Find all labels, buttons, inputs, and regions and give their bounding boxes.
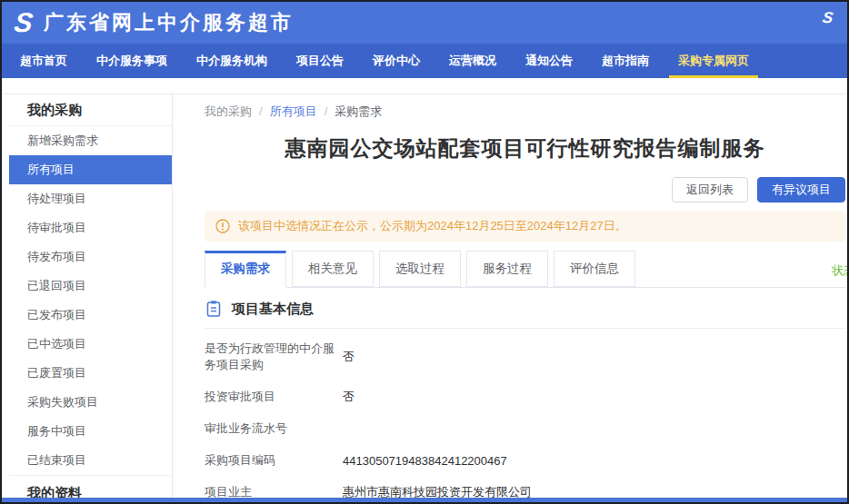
tab-procurement-demand[interactable]: 采购需求	[205, 251, 286, 288]
sidebar-item-pending-projects[interactable]: 待处理项目	[9, 184, 172, 213]
nav-item-market-guide[interactable]: 超市指南	[587, 44, 664, 78]
tab-evaluation-info[interactable]: 评价信息	[554, 251, 635, 287]
app-window: S 广东省网上中介服务超市 S 超市首页 中介服务事项 中介服务机构 项目公告 …	[0, 0, 849, 504]
field-value-admin-intermediary: 否	[343, 349, 355, 365]
sidebar-item-new-procurement[interactable]: 新增采购需求	[9, 126, 172, 155]
site-title: 广东省网上中介服务超市	[44, 9, 294, 36]
field-row: 是否为行政管理的中介服务项目采购 否	[205, 341, 845, 373]
tab-selection-process[interactable]: 选取过程	[379, 251, 461, 287]
publicity-alert: 该项目中选情况正在公示，公示期为2024年12月25日至2024年12月27日。	[205, 211, 845, 242]
sidebar-item-selected-projects[interactable]: 已中选项目	[9, 330, 172, 359]
main-nav: 超市首页 中介服务事项 中介服务机构 项目公告 评价中心 运营概况 通知公告 超…	[2, 44, 847, 78]
nav-item-project-announcements[interactable]: 项目公告	[282, 44, 358, 78]
nav-item-home[interactable]: 超市首页	[5, 44, 82, 78]
field-row: 审批业务流水号	[205, 420, 845, 437]
sidebar-section-my-procurement: 我的采购	[9, 94, 172, 126]
section-title: 项目基本信息	[232, 301, 314, 318]
sidebar-item-finished[interactable]: 已结束项目	[9, 446, 172, 475]
field-row: 项目业主 惠州市惠南科技园投资开发有限公司	[205, 484, 845, 498]
sidebar-item-returned[interactable]: 已退回项目	[9, 272, 172, 301]
warning-icon	[215, 219, 230, 233]
tab-related-opinions[interactable]: 相关意见	[292, 251, 374, 287]
sidebar-item-in-service[interactable]: 服务中项目	[9, 417, 172, 446]
sidebar-item-pending-approval[interactable]: 待审批项目	[9, 213, 172, 242]
main-panel: 我的采购/所有项目/采购需求 惠南园公交场站配套项目可行性研究报告编制服务 返回…	[173, 94, 847, 498]
sidebar-section-my-profile: 我的资料	[9, 475, 172, 498]
fields-list: 是否为行政管理的中介服务项目采购 否 投资审批项目 否 审批业务流水号 采购项目…	[205, 341, 845, 498]
footer-bar	[2, 498, 847, 502]
nav-item-procurement-page[interactable]: 采购专属网页	[664, 44, 764, 78]
nav-item-notices[interactable]: 通知公告	[511, 44, 587, 78]
breadcrumb-my-procurement[interactable]: 我的采购	[205, 104, 252, 118]
site-header: S 广东省网上中介服务超市 S	[2, 2, 847, 44]
breadcrumb-current: 采购需求	[335, 104, 382, 118]
field-value-investment-approval: 否	[343, 389, 355, 405]
content-area: 我的采购 新增采购需求 所有项目 待处理项目 待审批项目 待发布项目 已退回项目…	[2, 94, 847, 498]
field-label-approval-serial-number: 审批业务流水号	[205, 420, 341, 437]
clipboard-icon	[205, 300, 223, 318]
field-label-project-owner: 项目业主	[205, 484, 341, 498]
corner-logo-icon: S	[821, 9, 834, 27]
sidebar-item-pending-publish[interactable]: 待发布项目	[9, 242, 172, 272]
breadcrumb-separator: /	[259, 104, 263, 118]
action-buttons: 返回列表 有异议项目	[205, 177, 845, 203]
sidebar-item-failed[interactable]: 采购失败项目	[9, 388, 172, 417]
field-value-project-code: 4413050719483842412200467	[343, 454, 507, 468]
nav-item-service-matters[interactable]: 中介服务事项	[82, 44, 182, 78]
breadcrumb: 我的采购/所有项目/采购需求	[205, 94, 845, 120]
field-label-project-code: 采购项目编码	[205, 452, 341, 469]
nav-item-evaluation-center[interactable]: 评价中心	[358, 44, 434, 78]
nav-item-operation-overview[interactable]: 运营概况	[434, 44, 511, 78]
status-link[interactable]: 状态	[832, 262, 847, 279]
sidebar-item-abandoned[interactable]: 已废置项目	[9, 359, 172, 388]
field-value-project-owner: 惠州市惠南科技园投资开发有限公司	[343, 484, 532, 498]
sidebar: 我的采购 新增采购需求 所有项目 待处理项目 待审批项目 待发布项目 已退回项目…	[9, 94, 173, 498]
field-row: 投资审批项目 否	[205, 389, 845, 405]
field-label-investment-approval: 投资审批项目	[205, 389, 341, 405]
tab-bar: 采购需求 相关意见 选取过程 服务过程 评价信息 状态	[205, 251, 845, 288]
dispute-project-button[interactable]: 有异议项目	[757, 177, 845, 203]
tab-service-process[interactable]: 服务过程	[466, 251, 548, 287]
alert-text: 该项目中选情况正在公示，公示期为2024年12月25日至2024年12月27日。	[238, 218, 627, 234]
sidebar-item-published[interactable]: 已发布项目	[9, 301, 172, 330]
back-to-list-button[interactable]: 返回列表	[672, 177, 748, 203]
sidebar-item-all-projects[interactable]: 所有项目	[9, 155, 172, 184]
breadcrumb-all-projects[interactable]: 所有项目	[270, 104, 317, 118]
breadcrumb-separator: /	[325, 104, 328, 118]
site-logo-icon: S	[13, 9, 35, 36]
section-basic-info-header: 项目基本信息	[205, 300, 845, 329]
field-label-admin-intermediary: 是否为行政管理的中介服务项目采购	[205, 341, 341, 373]
nav-item-service-agencies[interactable]: 中介服务机构	[182, 44, 282, 78]
page-title: 惠南园公交场站配套项目可行性研究报告编制服务	[205, 134, 845, 163]
field-row: 采购项目编码 4413050719483842412200467	[205, 452, 845, 469]
